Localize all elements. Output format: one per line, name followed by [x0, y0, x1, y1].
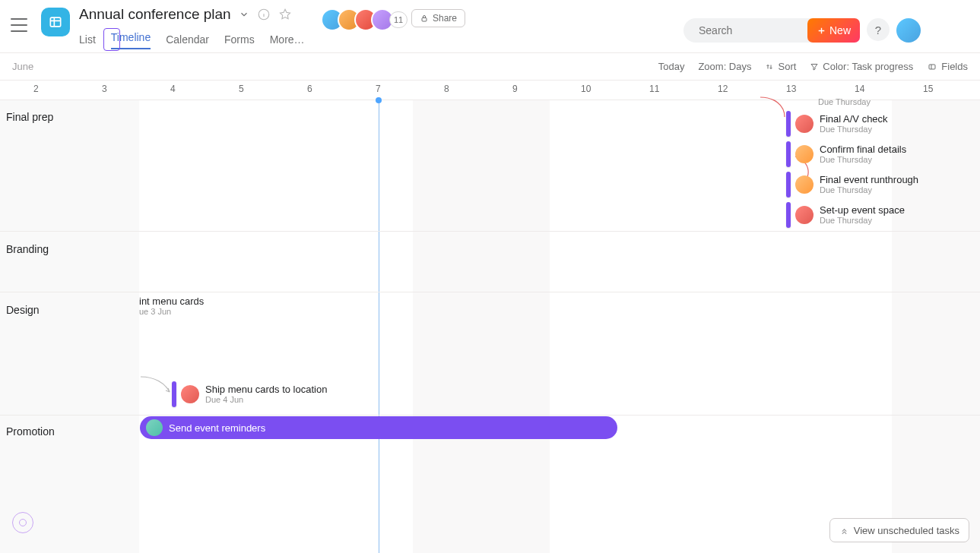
date-label: 8 — [444, 84, 449, 94]
assignee-avatar — [181, 385, 199, 403]
date-label: 2 — [33, 84, 39, 94]
chevrons-up-icon — [839, 526, 849, 536]
sort-icon — [765, 62, 774, 71]
date-label: 13 — [786, 84, 796, 94]
tab-forms[interactable]: Forms — [224, 30, 255, 50]
section-label-final-prep[interactable]: Final prep — [6, 111, 53, 123]
date-label: 6 — [307, 84, 312, 94]
section-divider — [0, 415, 980, 416]
view-tabs: List Timeline Calendar Forms More… — [79, 30, 305, 50]
assignee-avatar — [795, 206, 813, 224]
menu-icon[interactable] — [11, 18, 27, 32]
task-ship-menu-cards[interactable]: Ship menu cards to location Due 4 Jun — [172, 381, 327, 407]
task-name: Final event runthrough — [820, 175, 918, 185]
project-icon[interactable] — [41, 8, 70, 36]
task-setup-event-space[interactable]: Set-up event space Due Thursday — [786, 202, 905, 228]
assignee-avatar — [146, 419, 163, 436]
date-label: 11 — [649, 84, 659, 94]
member-avatars[interactable]: 11 — [321, 8, 408, 31]
assignee-avatar — [795, 175, 813, 194]
task-pill — [786, 141, 791, 167]
task-due: Due Thursday — [820, 185, 918, 194]
view-unscheduled-tasks-button[interactable]: View unscheduled tasks — [829, 518, 969, 542]
weekend-band — [0, 100, 139, 553]
fields-button[interactable]: Fields — [927, 61, 968, 72]
timeline-grid[interactable]: Final prep Branding Design Promotion Due… — [0, 100, 980, 553]
zoom-selector[interactable]: Zoom: Days — [698, 61, 751, 72]
task-confirm-final-details[interactable]: Confirm final details Due Thursday — [786, 141, 906, 167]
task-pill — [172, 381, 176, 407]
date-label: 3 — [102, 84, 107, 94]
task-name: Final A/V check — [820, 114, 888, 125]
today-marker — [379, 100, 379, 553]
task-pill — [786, 202, 791, 228]
task-final-av-check[interactable]: Final A/V check Due Thursday — [786, 111, 888, 137]
date-label: 9 — [512, 84, 518, 94]
date-label: 15 — [923, 84, 933, 94]
star-icon[interactable] — [278, 8, 292, 21]
project-title[interactable]: Annual conference plan — [79, 6, 231, 23]
task-print-menu-cards-partial[interactable]: int menu cards ue 3 Jun — [139, 296, 204, 316]
chevron-down-icon[interactable] — [239, 9, 249, 20]
section-divider — [0, 231, 980, 232]
timeline-toolbar: June Today Zoom: Days Sort Color: Task p… — [0, 53, 980, 81]
record-indicator-icon[interactable] — [12, 512, 33, 533]
top-header: Annual conference plan 11 Share New ? Li… — [0, 0, 980, 53]
plus-icon — [817, 26, 826, 36]
lock-icon — [420, 14, 429, 23]
task-due: Due Thursday — [820, 216, 905, 225]
assignee-avatar — [795, 115, 813, 133]
section-label-promotion[interactable]: Promotion — [6, 425, 55, 438]
weekend-band — [413, 100, 550, 553]
tab-calendar[interactable]: Calendar — [166, 30, 209, 50]
tab-list[interactable]: List — [79, 30, 96, 50]
task-pill — [786, 111, 791, 137]
avatar-overflow-count[interactable]: 11 — [389, 11, 408, 28]
tab-more[interactable]: More… — [270, 30, 305, 50]
date-label: 7 — [376, 84, 381, 94]
user-avatar[interactable] — [896, 18, 921, 43]
svg-rect-2 — [422, 18, 427, 22]
date-label: 12 — [718, 84, 728, 94]
share-button[interactable]: Share — [411, 9, 465, 27]
search-input[interactable] — [683, 18, 820, 43]
task-send-event-reminders[interactable]: Send event reminders — [140, 416, 617, 439]
section-label-branding[interactable]: Branding — [6, 243, 49, 255]
month-label: June — [12, 61, 33, 72]
task-name: Send event reminders — [169, 422, 265, 434]
task-due: ue 3 Jun — [139, 307, 204, 316]
today-dot-icon — [376, 97, 382, 103]
task-pill — [786, 172, 791, 198]
task-name: int menu cards — [139, 296, 204, 307]
new-button[interactable]: New — [807, 18, 860, 43]
sort-button[interactable]: Sort — [765, 61, 796, 72]
share-button-label: Share — [433, 13, 457, 24]
info-icon[interactable] — [257, 8, 271, 21]
task-due: Due Thursday — [820, 125, 888, 134]
task-name: Ship menu cards to location — [205, 384, 327, 395]
task-name: Set-up event space — [820, 205, 905, 216]
task-name: Confirm final details — [820, 144, 906, 155]
new-button-label: New — [829, 24, 851, 36]
task-due: Due Thursday — [820, 155, 906, 164]
today-button[interactable]: Today — [658, 61, 685, 72]
svg-rect-0 — [50, 17, 60, 27]
section-divider — [0, 292, 980, 292]
tab-highlight-box — [103, 28, 120, 51]
color-button[interactable]: Color: Task progress — [810, 61, 913, 72]
filter-icon — [810, 62, 819, 71]
section-label-design[interactable]: Design — [6, 304, 40, 316]
date-label: 4 — [170, 84, 176, 94]
assignee-avatar — [795, 145, 813, 163]
svg-rect-4 — [929, 65, 935, 69]
fields-icon — [927, 62, 937, 71]
date-label: 14 — [855, 84, 864, 94]
task-due: Due 4 Jun — [205, 395, 327, 404]
weekend-band — [892, 100, 980, 553]
task-due-partial: Due Thursday — [818, 97, 871, 106]
help-button[interactable]: ? — [867, 18, 890, 41]
footer-button-label: View unscheduled tasks — [854, 525, 959, 536]
task-final-event-runthrough[interactable]: Final event runthrough Due Thursday — [786, 172, 918, 198]
date-label: 5 — [239, 84, 244, 94]
date-label: 10 — [581, 84, 591, 94]
